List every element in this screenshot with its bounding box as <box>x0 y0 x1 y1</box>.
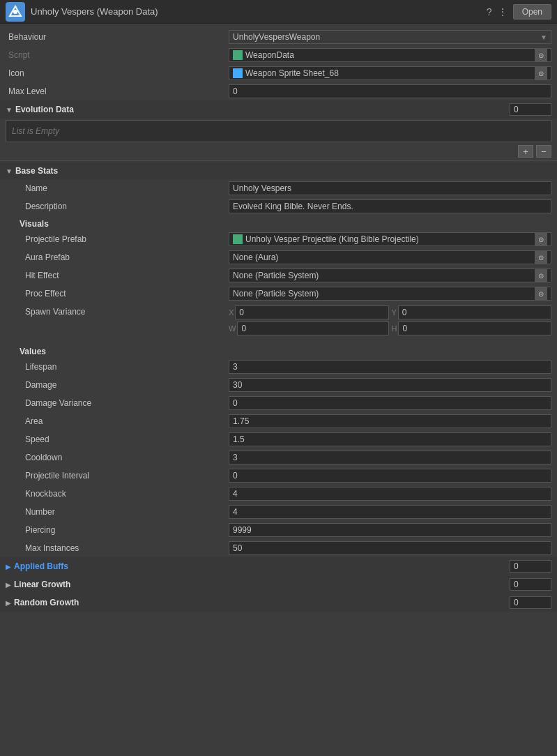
svg-point-1 <box>13 10 17 14</box>
description-input[interactable]: Evolved King Bible. Never Ends. <box>229 199 551 213</box>
linear-growth-value[interactable]: 0 <box>510 578 551 591</box>
proc-effect-select-button[interactable]: ⊙ <box>535 287 547 300</box>
behaviour-dropdown[interactable]: UnholyVespersWeapon ▼ <box>229 30 551 44</box>
damage-variance-input[interactable]: 0 <box>229 396 551 410</box>
settings-icon[interactable]: ⋮ <box>498 6 508 17</box>
window-title: Unholy Vespers (Weapon Data) <box>31 6 158 17</box>
remove-button[interactable]: − <box>536 145 551 158</box>
damage-input[interactable]: 30 <box>229 378 551 392</box>
spawn-x-input[interactable]: 0 <box>235 305 388 319</box>
name-label: Name <box>6 183 229 193</box>
spawn-h-value: 0 <box>402 324 407 333</box>
linear-growth-section: ▶ Linear Growth 0 <box>0 575 557 594</box>
aura-prefab-row: Aura Prefab None (Aura) ⊙ <box>0 248 557 266</box>
icon-field: Weapon Sprite Sheet_68 ⊙ <box>229 66 551 80</box>
cooldown-row: Cooldown 3 <box>0 448 557 467</box>
spawn-w-input[interactable]: 0 <box>237 322 388 335</box>
cooldown-input[interactable]: 3 <box>229 451 551 464</box>
max-level-label: Max Level <box>6 86 229 96</box>
spacer-1 <box>0 338 557 343</box>
max-level-input[interactable]: 0 <box>229 84 551 98</box>
evolution-data-value[interactable]: 0 <box>510 103 551 116</box>
spawn-h-input[interactable]: 0 <box>398 322 551 335</box>
damage-variance-row: Damage Variance 0 <box>0 394 557 412</box>
spawn-y-value: 0 <box>402 308 407 317</box>
knockback-input[interactable]: 4 <box>229 487 551 501</box>
description-label: Description <box>6 202 229 211</box>
spawn-y-input[interactable]: 0 <box>398 305 551 319</box>
script-label: Script <box>6 50 229 60</box>
projectile-interval-input[interactable]: 0 <box>229 469 551 483</box>
script-row: Script WeaponData ⊙ <box>0 46 557 64</box>
divider-1 <box>0 160 557 161</box>
title-bar-left: Unholy Vespers (Weapon Data) <box>6 2 158 22</box>
help-icon[interactable]: ? <box>487 6 492 17</box>
spawn-w-label: W <box>229 324 236 333</box>
applied-buffs-value[interactable]: 0 <box>510 560 551 573</box>
max-instances-input[interactable]: 50 <box>229 541 551 555</box>
spawn-wh-row: W 0 H 0 <box>229 322 551 335</box>
speed-input[interactable]: 1.5 <box>229 432 551 446</box>
spawn-variance-row: Spawn Variance X 0 Y 0 W <box>0 303 557 338</box>
open-button[interactable]: Open <box>513 4 551 20</box>
area-row: Area 1.75 <box>0 412 557 430</box>
icon-sprite <box>233 68 243 78</box>
applied-buffs-arrow[interactable]: ▶ <box>6 563 11 570</box>
spawn-x-value: 0 <box>239 308 244 317</box>
description-value: Evolved King Bible. Never Ends. <box>233 202 353 211</box>
random-growth-arrow[interactable]: ▶ <box>6 599 11 607</box>
hit-effect-label: Hit Effect <box>6 271 229 280</box>
values-heading-row: Values <box>0 343 557 358</box>
projectile-prefab-field: Unholy Vesper Projectile (King Bible Pro… <box>229 232 551 246</box>
damage-variance-label: Damage Variance <box>6 398 229 408</box>
base-stats-label: Base Stats <box>15 166 58 176</box>
evolution-data-label: Evolution Data <box>15 105 74 114</box>
lifespan-input[interactable]: 3 <box>229 360 551 374</box>
spawn-w-field: W 0 <box>229 322 389 335</box>
projectile-prefab-label: Projectile Prefab <box>6 234 229 244</box>
spawn-variance-label: Spawn Variance <box>6 307 229 317</box>
applied-buffs-label[interactable]: Applied Buffs <box>14 561 68 571</box>
applied-buffs-section: ▶ Applied Buffs 0 <box>0 557 557 575</box>
icon-select-button[interactable]: ⊙ <box>535 67 547 80</box>
script-icon <box>233 50 243 60</box>
spawn-x-field: X 0 <box>229 305 389 319</box>
title-bar: Unholy Vespers (Weapon Data) ? ⋮ Open <box>0 0 557 24</box>
projectile-select-button[interactable]: ⊙ <box>535 233 547 245</box>
hit-effect-field: None (Particle System) ⊙ <box>229 269 551 282</box>
proc-effect-label: Proc Effect <box>6 289 229 298</box>
projectile-icon <box>233 234 243 244</box>
aura-prefab-label: Aura Prefab <box>6 252 229 262</box>
area-input[interactable]: 1.75 <box>229 414 551 428</box>
add-button[interactable]: + <box>518 145 533 158</box>
damage-label: Damage <box>6 380 229 390</box>
piercing-label: Piercing <box>6 525 229 535</box>
spawn-xy-row: X 0 Y 0 <box>229 305 551 319</box>
spawn-y-field: Y 0 <box>392 305 552 319</box>
area-value: 1.75 <box>233 416 249 426</box>
name-input[interactable]: Unholy Vespers <box>229 181 551 195</box>
proc-effect-value: None (Particle System) <box>233 289 319 298</box>
title-bar-right: ? ⋮ Open <box>487 4 551 20</box>
base-stats-arrow[interactable]: ▼ <box>6 167 13 175</box>
projectile-interval-label: Projectile Interval <box>6 471 229 481</box>
linear-growth-arrow[interactable]: ▶ <box>6 581 11 589</box>
script-select-button[interactable]: ⊙ <box>535 49 547 61</box>
hit-effect-select-button[interactable]: ⊙ <box>535 269 547 282</box>
plus-minus-row: + − <box>0 144 557 159</box>
spawn-variance-fields: X 0 Y 0 W 0 <box>229 305 551 335</box>
random-growth-label: Random Growth <box>14 598 79 607</box>
name-value: Unholy Vespers <box>233 183 291 193</box>
number-input[interactable]: 4 <box>229 505 551 519</box>
random-growth-value[interactable]: 0 <box>510 596 551 609</box>
knockback-row: Knockback 4 <box>0 485 557 503</box>
number-label: Number <box>6 507 229 517</box>
lifespan-row: Lifespan 3 <box>0 358 557 376</box>
cooldown-value: 3 <box>233 453 238 462</box>
cooldown-label: Cooldown <box>6 453 229 462</box>
damage-variance-value: 0 <box>233 398 238 408</box>
evolution-arrow[interactable]: ▼ <box>6 106 13 114</box>
hit-effect-row: Hit Effect None (Particle System) ⊙ <box>0 266 557 285</box>
piercing-input[interactable]: 9999 <box>229 523 551 537</box>
aura-select-button[interactable]: ⊙ <box>535 251 547 264</box>
